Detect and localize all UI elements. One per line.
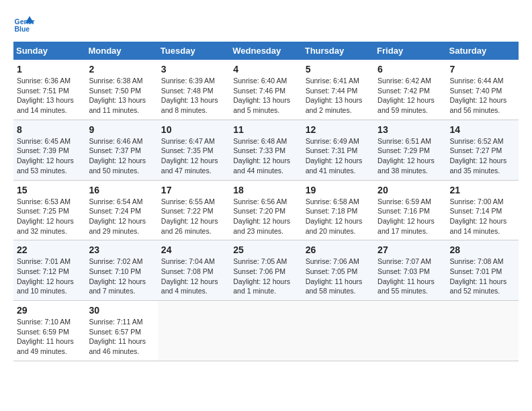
logo: General Blue	[13, 13, 38, 35]
day-cell: 30Sunrise: 7:11 AM Sunset: 6:57 PM Dayli…	[85, 301, 157, 361]
day-header-thursday: Thursday	[302, 42, 374, 60]
day-number: 28	[450, 244, 515, 255]
day-info: Sunrise: 7:04 AM Sunset: 7:08 PM Dayligh…	[161, 257, 226, 296]
day-header-wednesday: Wednesday	[230, 42, 302, 60]
day-info: Sunrise: 7:07 AM Sunset: 7:03 PM Dayligh…	[378, 257, 443, 296]
day-cell: 19Sunrise: 6:58 AM Sunset: 7:18 PM Dayli…	[302, 180, 374, 240]
day-info: Sunrise: 6:40 AM Sunset: 7:46 PM Dayligh…	[233, 76, 298, 116]
day-cell: 17Sunrise: 6:55 AM Sunset: 7:22 PM Dayli…	[158, 180, 230, 240]
day-number: 20	[378, 185, 443, 195]
day-info: Sunrise: 6:52 AM Sunset: 7:27 PM Dayligh…	[450, 136, 515, 176]
header-row: SundayMondayTuesdayWednesdayThursdayFrid…	[13, 42, 519, 60]
day-info: Sunrise: 6:47 AM Sunset: 7:35 PM Dayligh…	[161, 136, 226, 176]
day-cell: 2Sunrise: 6:38 AM Sunset: 7:50 PM Daylig…	[85, 60, 157, 120]
day-number: 8	[17, 124, 82, 135]
day-header-tuesday: Tuesday	[158, 42, 230, 60]
day-number: 6	[378, 64, 443, 75]
day-number: 17	[161, 185, 226, 195]
day-number: 7	[450, 64, 515, 75]
day-info: Sunrise: 6:39 AM Sunset: 7:48 PM Dayligh…	[161, 76, 226, 116]
day-cell: 29Sunrise: 7:10 AM Sunset: 6:59 PM Dayli…	[13, 301, 85, 361]
calendar-row: 15Sunrise: 6:53 AM Sunset: 7:25 PM Dayli…	[13, 180, 519, 240]
day-header-sunday: Sunday	[13, 42, 85, 60]
day-info: Sunrise: 6:48 AM Sunset: 7:33 PM Dayligh…	[233, 136, 298, 176]
day-info: Sunrise: 7:02 AM Sunset: 7:10 PM Dayligh…	[89, 257, 154, 296]
day-info: Sunrise: 6:51 AM Sunset: 7:29 PM Dayligh…	[378, 136, 443, 176]
day-number: 24	[161, 244, 226, 255]
empty-cell	[374, 301, 446, 361]
day-cell: 27Sunrise: 7:07 AM Sunset: 7:03 PM Dayli…	[374, 240, 446, 301]
day-info: Sunrise: 7:11 AM Sunset: 6:57 PM Dayligh…	[89, 317, 154, 357]
day-cell: 9Sunrise: 6:46 AM Sunset: 7:37 PM Daylig…	[85, 120, 157, 180]
day-cell: 14Sunrise: 6:52 AM Sunset: 7:27 PM Dayli…	[447, 120, 519, 180]
day-number: 25	[233, 244, 298, 255]
day-number: 27	[378, 244, 443, 255]
empty-cell	[230, 301, 302, 361]
day-number: 12	[306, 124, 371, 135]
day-info: Sunrise: 6:38 AM Sunset: 7:50 PM Dayligh…	[89, 76, 154, 116]
day-number: 9	[89, 124, 154, 135]
day-info: Sunrise: 6:58 AM Sunset: 7:18 PM Dayligh…	[306, 197, 371, 236]
day-number: 1	[17, 64, 82, 75]
day-info: Sunrise: 6:56 AM Sunset: 7:20 PM Dayligh…	[233, 197, 298, 236]
day-number: 23	[89, 244, 154, 255]
day-cell: 15Sunrise: 6:53 AM Sunset: 7:25 PM Dayli…	[13, 180, 85, 240]
day-number: 30	[89, 305, 154, 316]
calendar-row: 1Sunrise: 6:36 AM Sunset: 7:51 PM Daylig…	[13, 60, 519, 120]
day-cell: 12Sunrise: 6:49 AM Sunset: 7:31 PM Dayli…	[302, 120, 374, 180]
day-cell: 28Sunrise: 7:08 AM Sunset: 7:01 PM Dayli…	[447, 240, 519, 301]
day-cell: 8Sunrise: 6:45 AM Sunset: 7:39 PM Daylig…	[13, 120, 85, 180]
day-info: Sunrise: 6:55 AM Sunset: 7:22 PM Dayligh…	[161, 197, 226, 236]
day-cell: 24Sunrise: 7:04 AM Sunset: 7:08 PM Dayli…	[158, 240, 230, 301]
day-header-friday: Friday	[374, 42, 446, 60]
calendar-row: 8Sunrise: 6:45 AM Sunset: 7:39 PM Daylig…	[13, 120, 519, 180]
day-info: Sunrise: 7:05 AM Sunset: 7:06 PM Dayligh…	[233, 257, 298, 296]
day-number: 26	[306, 244, 371, 255]
day-number: 15	[17, 185, 82, 195]
day-info: Sunrise: 6:42 AM Sunset: 7:42 PM Dayligh…	[378, 76, 443, 116]
day-cell: 16Sunrise: 6:54 AM Sunset: 7:24 PM Dayli…	[85, 180, 157, 240]
day-info: Sunrise: 7:01 AM Sunset: 7:12 PM Dayligh…	[17, 257, 82, 296]
day-number: 2	[89, 64, 154, 75]
calendar-table: SundayMondayTuesdayWednesdayThursdayFrid…	[13, 42, 519, 361]
day-cell: 25Sunrise: 7:05 AM Sunset: 7:06 PM Dayli…	[230, 240, 302, 301]
day-number: 13	[378, 124, 443, 135]
day-number: 4	[233, 64, 298, 75]
day-number: 10	[161, 124, 226, 135]
day-info: Sunrise: 6:54 AM Sunset: 7:24 PM Dayligh…	[89, 197, 154, 236]
day-info: Sunrise: 6:36 AM Sunset: 7:51 PM Dayligh…	[17, 76, 82, 116]
day-cell: 3Sunrise: 6:39 AM Sunset: 7:48 PM Daylig…	[158, 60, 230, 120]
empty-cell	[447, 301, 519, 361]
day-info: Sunrise: 7:08 AM Sunset: 7:01 PM Dayligh…	[450, 257, 515, 296]
day-number: 16	[89, 185, 154, 195]
day-cell: 22Sunrise: 7:01 AM Sunset: 7:12 PM Dayli…	[13, 240, 85, 301]
day-cell: 11Sunrise: 6:48 AM Sunset: 7:33 PM Dayli…	[230, 120, 302, 180]
day-info: Sunrise: 7:10 AM Sunset: 6:59 PM Dayligh…	[17, 317, 82, 357]
day-info: Sunrise: 7:06 AM Sunset: 7:05 PM Dayligh…	[306, 257, 371, 296]
day-cell: 26Sunrise: 7:06 AM Sunset: 7:05 PM Dayli…	[302, 240, 374, 301]
day-info: Sunrise: 7:00 AM Sunset: 7:14 PM Dayligh…	[450, 197, 515, 236]
day-cell: 20Sunrise: 6:59 AM Sunset: 7:16 PM Dayli…	[374, 180, 446, 240]
day-number: 29	[17, 305, 82, 316]
day-number: 19	[306, 185, 371, 195]
day-cell: 5Sunrise: 6:41 AM Sunset: 7:44 PM Daylig…	[302, 60, 374, 120]
day-info: Sunrise: 6:46 AM Sunset: 7:37 PM Dayligh…	[89, 136, 154, 176]
day-number: 11	[233, 124, 298, 135]
day-cell: 1Sunrise: 6:36 AM Sunset: 7:51 PM Daylig…	[13, 60, 85, 120]
day-info: Sunrise: 6:44 AM Sunset: 7:40 PM Dayligh…	[450, 76, 515, 116]
day-cell: 13Sunrise: 6:51 AM Sunset: 7:29 PM Dayli…	[374, 120, 446, 180]
svg-text:Blue: Blue	[15, 26, 30, 33]
day-number: 14	[450, 124, 515, 135]
day-cell: 23Sunrise: 7:02 AM Sunset: 7:10 PM Dayli…	[85, 240, 157, 301]
day-number: 18	[233, 185, 298, 195]
empty-cell	[158, 301, 230, 361]
day-cell: 4Sunrise: 6:40 AM Sunset: 7:46 PM Daylig…	[230, 60, 302, 120]
calendar-row: 29Sunrise: 7:10 AM Sunset: 6:59 PM Dayli…	[13, 301, 519, 361]
empty-cell	[302, 301, 374, 361]
day-cell: 7Sunrise: 6:44 AM Sunset: 7:40 PM Daylig…	[447, 60, 519, 120]
day-info: Sunrise: 6:49 AM Sunset: 7:31 PM Dayligh…	[306, 136, 371, 176]
calendar-row: 22Sunrise: 7:01 AM Sunset: 7:12 PM Dayli…	[13, 240, 519, 301]
day-number: 22	[17, 244, 82, 255]
day-cell: 10Sunrise: 6:47 AM Sunset: 7:35 PM Dayli…	[158, 120, 230, 180]
day-header-saturday: Saturday	[447, 42, 519, 60]
